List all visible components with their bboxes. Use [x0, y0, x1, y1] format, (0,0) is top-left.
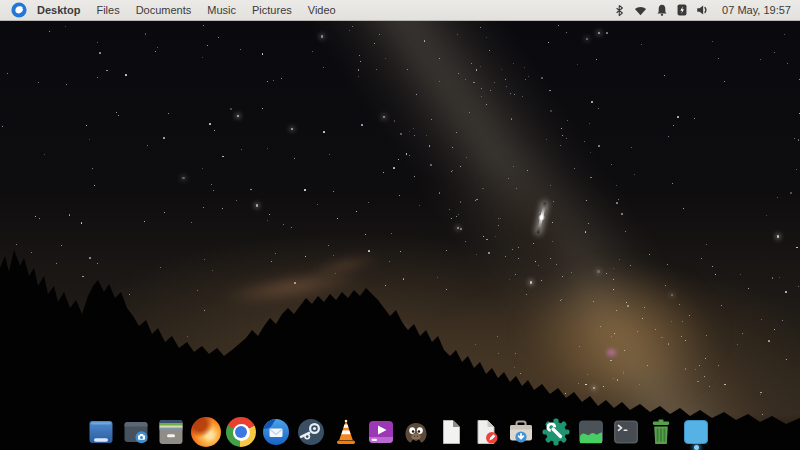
menu-item-pictures[interactable]: Pictures	[252, 4, 292, 16]
system-tray: 07 May, 19:57	[614, 3, 800, 17]
desktop-screen: Desktop Files Documents Music Pictures V…	[0, 0, 800, 450]
dock-item-firefox[interactable]	[191, 417, 221, 447]
settings-gear-icon	[541, 417, 571, 447]
active-app-indicator	[694, 445, 699, 450]
media-player-icon	[366, 417, 396, 447]
package-installer-icon	[506, 417, 536, 447]
dock-item-trash[interactable]	[646, 417, 676, 447]
dock-item-media-player[interactable]	[366, 417, 396, 447]
distro-logo[interactable]	[11, 2, 27, 18]
dock-item-steam[interactable]	[296, 417, 326, 447]
dock-item-vlc[interactable]	[331, 417, 361, 447]
top-panel: Desktop Files Documents Music Pictures V…	[0, 0, 800, 21]
menu-item-music[interactable]: Music	[207, 4, 236, 16]
volume-icon[interactable]	[696, 3, 709, 17]
terminal-icon	[611, 417, 641, 447]
vlc-icon	[331, 417, 361, 447]
libreoffice-icon	[436, 417, 466, 447]
dock-item-settings[interactable]	[541, 417, 571, 447]
notifications-bell-icon[interactable]	[656, 3, 668, 17]
dock-item-gimp[interactable]	[401, 417, 431, 447]
dock-item-system-monitor[interactable]	[576, 417, 606, 447]
dock-item-desktop-display[interactable]	[86, 417, 116, 447]
dock-item-show-desktop[interactable]	[681, 417, 711, 447]
wifi-icon[interactable]	[634, 3, 647, 17]
menu-item-video[interactable]: Video	[308, 4, 336, 16]
chrome-icon	[226, 417, 256, 447]
menu-item-files[interactable]: Files	[96, 4, 119, 16]
dock-item-document-editor[interactable]	[471, 417, 501, 447]
dock-item-screenshot[interactable]	[121, 417, 151, 447]
menu-item-desktop[interactable]: Desktop	[37, 4, 80, 16]
screenshot-icon	[121, 417, 151, 447]
menu-item-documents[interactable]: Documents	[136, 4, 192, 16]
dock-item-terminal[interactable]	[611, 417, 641, 447]
battery-charging-icon[interactable]	[677, 3, 687, 17]
trash-icon	[646, 417, 676, 447]
panel-clock[interactable]: 07 May, 19:57	[722, 4, 791, 16]
firefox-icon	[191, 417, 221, 447]
archive-manager-icon	[156, 417, 186, 447]
panel-menu: Desktop Files Documents Music Pictures V…	[37, 4, 336, 16]
dock-item-thunderbird[interactable]	[261, 417, 291, 447]
show-desktop-icon	[681, 417, 711, 447]
document-editor-icon	[471, 417, 501, 447]
steam-icon	[296, 417, 326, 447]
desktop-display-icon	[86, 417, 116, 447]
dock-item-archive-manager[interactable]	[156, 417, 186, 447]
gimp-icon	[401, 417, 431, 447]
system-monitor-icon	[576, 417, 606, 447]
thunderbird-icon	[261, 417, 291, 447]
dock-item-package-installer[interactable]	[506, 417, 536, 447]
dock-item-libreoffice[interactable]	[436, 417, 466, 447]
bluetooth-icon[interactable]	[614, 3, 625, 17]
dock	[86, 417, 711, 447]
dock-item-chrome[interactable]	[226, 417, 256, 447]
